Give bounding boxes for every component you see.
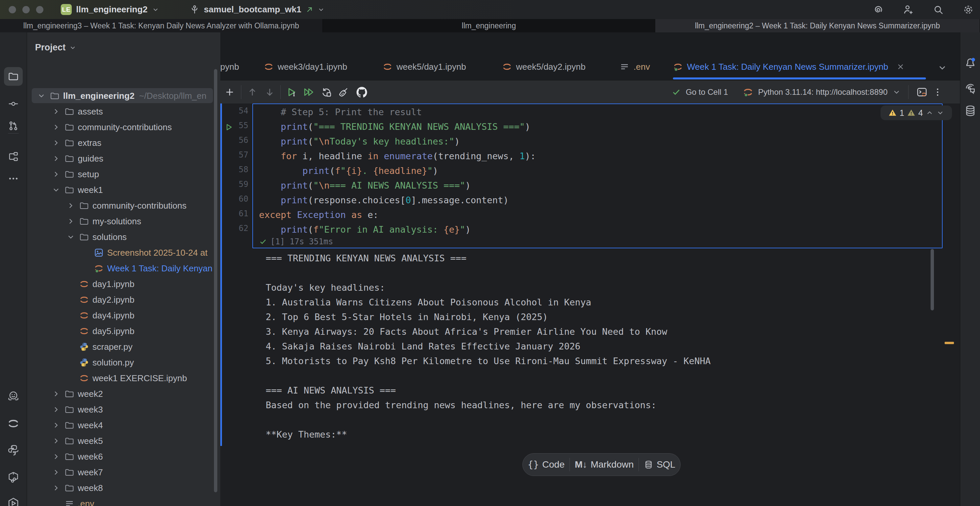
- window-controls[interactable]: [9, 6, 43, 13]
- move-cell-up-icon[interactable]: [246, 86, 259, 99]
- tree-item-week8[interactable]: week8: [27, 480, 220, 496]
- branch-selector[interactable]: samuel_bootcamp_wk1: [189, 4, 325, 15]
- tree-item-community-contributions[interactable]: community-contributions: [27, 119, 220, 135]
- tree-item-llm-engineering2[interactable]: llm_engineering2~/Desktop/llm_en: [27, 88, 220, 103]
- tree-item-day1-ipynb[interactable]: day1.ipynb: [27, 276, 220, 292]
- go-to-cell-button[interactable]: Go to Cell 1: [686, 88, 728, 97]
- tree-item-guides[interactable]: guides: [27, 151, 220, 166]
- tree-item-week4[interactable]: week4: [27, 417, 220, 433]
- chevron-right-icon[interactable]: [51, 122, 61, 132]
- editor-tab-ipynb[interactable]: ipynb: [220, 53, 239, 80]
- python-packages-tool-icon[interactable]: [4, 468, 23, 487]
- tree-item-my-solutions[interactable]: my-solutions: [27, 213, 220, 229]
- tree-item-week7[interactable]: week7: [27, 464, 220, 480]
- editor-tab-week3-day1-ipynb[interactable]: week3/day1.ipynb: [264, 53, 347, 80]
- run-all-cells-icon[interactable]: [302, 86, 315, 99]
- inspections-widget[interactable]: 1 4: [881, 105, 952, 120]
- run-hexagon-tool-icon[interactable]: [4, 494, 23, 506]
- jupyter-console-icon[interactable]: [916, 86, 928, 98]
- run-cell-icon[interactable]: [285, 86, 298, 99]
- add-code-cell-button[interactable]: {} Code: [528, 459, 565, 470]
- tree-item-screenshot-2025-10-24-at[interactable]: Screenshot 2025-10-24 at: [27, 245, 220, 260]
- tree-item-scraper-py[interactable]: scraper.py: [27, 339, 220, 355]
- chevron-right-icon[interactable]: [51, 436, 61, 446]
- error-stripe-warning-mark[interactable]: [945, 342, 954, 344]
- search-icon[interactable]: [932, 3, 945, 16]
- python-tool-icon[interactable]: [4, 441, 23, 460]
- chevron-right-icon[interactable]: [51, 467, 61, 477]
- tree-item-solution-py[interactable]: solution.py: [27, 355, 220, 370]
- tab-list-chevron-icon[interactable]: [937, 63, 947, 73]
- commit-tool-icon[interactable]: [4, 94, 23, 113]
- close-icon[interactable]: [896, 62, 905, 71]
- hugging-face-tool-icon[interactable]: [4, 387, 23, 406]
- chevron-right-icon[interactable]: [51, 420, 61, 430]
- tree-item-week3[interactable]: week3: [27, 401, 220, 417]
- chevron-down-icon[interactable]: [37, 91, 46, 101]
- structure-tool-icon[interactable]: [4, 147, 23, 166]
- add-markdown-cell-button[interactable]: M↓ Markdown: [575, 459, 634, 470]
- tree-item-day5-ipynb[interactable]: day5.ipynb: [27, 323, 220, 339]
- move-cell-down-icon[interactable]: [263, 86, 276, 99]
- tree-item-week2[interactable]: week2: [27, 386, 220, 401]
- chevron-right-icon[interactable]: [66, 200, 76, 211]
- tree-item-week1-exercise-ipynb[interactable]: week1 EXERCISE.ipynb: [27, 370, 220, 386]
- kernel-selector[interactable]: Python 3.11.14: http://localhost:8890: [758, 88, 888, 97]
- project-selector[interactable]: LE llm_engineering2: [61, 4, 159, 15]
- chevron-right-icon[interactable]: [51, 138, 61, 148]
- chevron-down-icon[interactable]: [69, 44, 76, 51]
- chevron-right-icon[interactable]: [51, 404, 61, 415]
- tree-item-community-contributions[interactable]: community-contributions: [27, 197, 220, 213]
- pull-requests-tool-icon[interactable]: [4, 116, 23, 135]
- more-options-kebab-icon[interactable]: [932, 87, 943, 97]
- tree-item-env[interactable]: .env: [27, 496, 220, 506]
- more-tool-icon[interactable]: [4, 169, 23, 188]
- add-sql-cell-button[interactable]: SQL: [644, 459, 675, 470]
- window-tab[interactable]: llm_engineering: [323, 19, 655, 32]
- tree-item-assets[interactable]: assets: [27, 103, 220, 119]
- next-warning-chevron-icon[interactable]: [936, 109, 944, 117]
- jupyter-tool-icon[interactable]: [4, 414, 23, 433]
- run-line-icon[interactable]: [224, 123, 234, 132]
- tree-item-week5[interactable]: week5: [27, 433, 220, 449]
- tree-item-week6[interactable]: week6: [27, 449, 220, 464]
- window-close-button[interactable]: [9, 6, 16, 13]
- tree-item-setup[interactable]: setup: [27, 166, 220, 182]
- chevron-right-icon[interactable]: [51, 107, 61, 116]
- tree-item-solutions[interactable]: solutions: [27, 229, 220, 245]
- output-scrollbar[interactable]: [931, 249, 934, 310]
- window-tab[interactable]: llm_engineering3 – Week 1 Task: Kenyan D…: [0, 19, 323, 32]
- previous-warning-chevron-icon[interactable]: [926, 109, 934, 117]
- chevron-right-icon[interactable]: [51, 389, 61, 399]
- settings-icon[interactable]: [962, 3, 975, 16]
- chevron-right-icon[interactable]: [51, 483, 61, 493]
- tree-item-week-1-task-daily-kenyan[interactable]: Week 1 Task: Daily Kenyan: [27, 260, 220, 276]
- restart-kernel-icon[interactable]: [320, 86, 333, 99]
- tree-item-extras[interactable]: extras: [27, 135, 220, 151]
- clear-outputs-icon[interactable]: [336, 86, 350, 99]
- chevron-right-icon[interactable]: [66, 216, 76, 226]
- window-tab[interactable]: llm_engineering2 – Week 1 Task: Daily Ke…: [655, 19, 980, 32]
- ai-assistant-icon[interactable]: [872, 3, 885, 16]
- editor-tab-env[interactable]: .env: [619, 53, 650, 80]
- window-minimize-button[interactable]: [22, 6, 30, 13]
- chevron-down-icon[interactable]: [51, 185, 61, 195]
- tree-item-day4-ipynb[interactable]: day4.ipynb: [27, 307, 220, 323]
- chevron-right-icon[interactable]: [51, 169, 61, 179]
- add-user-icon[interactable]: [902, 3, 915, 16]
- editor-tab-week5-day1-ipynb[interactable]: week5/day1.ipynb: [382, 53, 466, 80]
- project-tree-scrollbar[interactable]: [214, 69, 217, 492]
- editor-tab-week-1-task-daily-kenyan-news-summarizer-ipynb[interactable]: Week 1 Task: Daily Kenyan News Summarize…: [673, 53, 926, 80]
- window-zoom-button[interactable]: [36, 6, 43, 13]
- editor-tab-week5-day2-ipynb[interactable]: week5/day2.ipynb: [502, 53, 585, 80]
- tree-item-day2-ipynb[interactable]: day2.ipynb: [27, 292, 220, 307]
- project-folder-tool-icon[interactable]: [4, 67, 23, 86]
- chevron-right-icon[interactable]: [51, 452, 61, 461]
- ai-chat-icon[interactable]: [964, 82, 977, 95]
- add-cell-icon[interactable]: [223, 86, 236, 99]
- notifications-bell-icon[interactable]: [964, 56, 977, 70]
- chevron-down-icon[interactable]: [66, 232, 76, 242]
- code-cell[interactable]: # Step 5: Print the result print("=== TR…: [252, 103, 943, 248]
- tree-item-week1[interactable]: week1: [27, 182, 220, 197]
- database-tool-icon[interactable]: [964, 104, 977, 118]
